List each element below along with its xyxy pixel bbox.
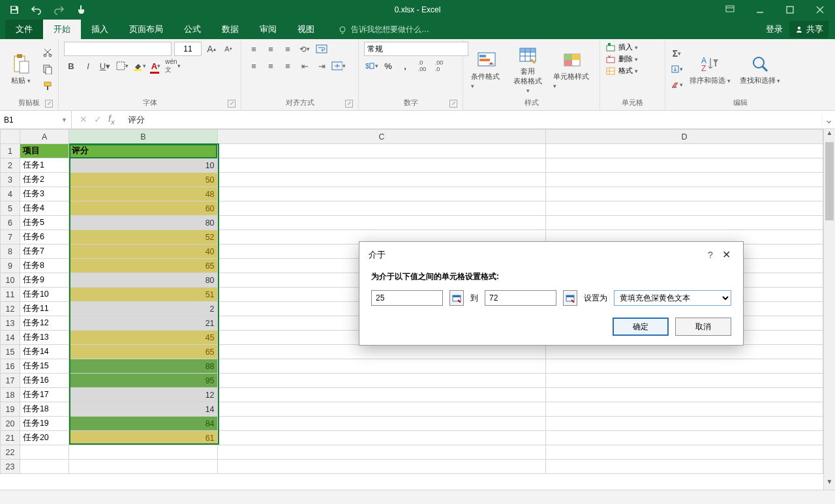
cut-icon[interactable]	[40, 45, 55, 59]
row-header-9[interactable]: 9	[1, 259, 20, 273]
ok-button[interactable]: 确定	[613, 318, 669, 336]
cell-B7[interactable]: 52	[69, 230, 217, 245]
col-header-D[interactable]: D	[546, 130, 823, 144]
cell-B22[interactable]	[69, 445, 217, 460]
col-header-B[interactable]: B	[69, 130, 217, 144]
cell-C4[interactable]	[217, 187, 546, 201]
row-header-16[interactable]: 16	[1, 359, 20, 374]
increase-indent-icon[interactable]: ⇥	[314, 59, 329, 73]
tab-layout[interactable]: 页面布局	[119, 20, 174, 39]
cell-A16[interactable]: 任务15	[20, 359, 68, 374]
minimize-icon[interactable]	[745, 0, 775, 20]
cell-A18[interactable]: 任务17	[20, 388, 68, 402]
row-header-23[interactable]: 23	[1, 460, 20, 474]
cell-B15[interactable]: 65	[69, 345, 217, 359]
row-header-7[interactable]: 7	[1, 230, 20, 245]
cell-A10[interactable]: 任务9	[20, 273, 68, 288]
cell-A4[interactable]: 任务3	[20, 187, 68, 201]
cell-C22[interactable]	[217, 445, 546, 460]
autosum-icon[interactable]: Σ	[671, 46, 683, 61]
orientation-icon[interactable]: ⟲	[297, 42, 312, 56]
cell-A21[interactable]: 任务20	[20, 431, 68, 445]
from-value-input[interactable]	[371, 290, 443, 306]
confirm-formula-icon[interactable]: ✓	[94, 114, 102, 125]
row-header-11[interactable]: 11	[1, 288, 20, 302]
cell-A12[interactable]: 任务11	[20, 302, 68, 316]
cell-D15[interactable]	[546, 345, 823, 359]
cell-A11[interactable]: 任务10	[20, 288, 68, 302]
phonetic-icon[interactable]: wén文	[166, 59, 180, 73]
save-icon[interactable]	[7, 2, 22, 18]
col-header-C[interactable]: C	[217, 130, 546, 144]
login-link[interactable]: 登录	[766, 23, 783, 35]
share-button[interactable]: 共享	[789, 21, 828, 38]
col-header-A[interactable]: A	[20, 130, 68, 144]
row-header-14[interactable]: 14	[1, 331, 20, 345]
select-all-corner[interactable]	[1, 130, 20, 144]
format-painter-icon[interactable]	[40, 79, 55, 93]
cell-A5[interactable]: 任务4	[20, 201, 68, 216]
increase-font-icon[interactable]: A▴	[204, 42, 219, 56]
border-icon[interactable]	[115, 59, 129, 73]
cell-B21[interactable]: 61	[69, 431, 217, 445]
row-header-5[interactable]: 5	[1, 201, 20, 216]
cell-C21[interactable]	[217, 431, 546, 445]
tab-formulas[interactable]: 公式	[174, 20, 211, 39]
cell-D16[interactable]	[546, 359, 823, 374]
cell-C5[interactable]	[217, 201, 546, 216]
dialog-close-icon[interactable]: ✕	[718, 248, 734, 261]
font-size-input[interactable]	[174, 42, 202, 56]
cell-A20[interactable]: 任务19	[20, 417, 68, 431]
cell-B13[interactable]: 21	[69, 316, 217, 331]
cell-D1[interactable]	[546, 144, 823, 158]
cell-A17[interactable]: 任务16	[20, 374, 68, 388]
delete-cells-button[interactable]: 删除	[605, 53, 660, 64]
cell-C18[interactable]	[217, 388, 546, 402]
tab-review[interactable]: 审阅	[249, 20, 287, 39]
cell-C17[interactable]	[217, 374, 546, 388]
align-right-icon[interactable]: ≡	[281, 59, 295, 73]
row-header-21[interactable]: 21	[1, 431, 20, 445]
cell-B16[interactable]: 88	[69, 359, 217, 374]
tell-me[interactable]: 告诉我您想要做什么…	[338, 20, 429, 39]
decrease-font-icon[interactable]: A▾	[221, 42, 235, 56]
cell-C1[interactable]	[217, 144, 546, 158]
cell-A9[interactable]: 任务8	[20, 259, 68, 273]
tab-file[interactable]: 文件	[5, 20, 43, 39]
conditional-format-button[interactable]: 条件格式	[468, 48, 506, 91]
cell-A7[interactable]: 任务6	[20, 230, 68, 245]
cell-D4[interactable]	[546, 187, 823, 201]
cell-B19[interactable]: 14	[69, 402, 217, 417]
cell-D19[interactable]	[546, 402, 823, 417]
cell-B18[interactable]: 12	[69, 388, 217, 402]
cell-C15[interactable]	[217, 345, 546, 359]
find-select-button[interactable]: 查找和选择	[737, 52, 783, 87]
font-launcher-icon[interactable]: ⤢	[228, 100, 235, 108]
cell-B6[interactable]: 80	[69, 216, 217, 230]
cell-D2[interactable]	[546, 158, 823, 173]
cell-styles-button[interactable]: 单元格样式	[551, 48, 594, 91]
cell-B23[interactable]	[69, 460, 217, 474]
decrease-indent-icon[interactable]: ⇤	[297, 59, 312, 73]
cell-D23[interactable]	[546, 460, 823, 474]
row-header-8[interactable]: 8	[1, 245, 20, 259]
to-ref-picker-icon[interactable]	[563, 290, 577, 306]
clipboard-launcher-icon[interactable]: ⤢	[45, 100, 53, 108]
scroll-up-icon[interactable]: ▲	[824, 129, 835, 141]
cell-A3[interactable]: 任务2	[20, 173, 68, 187]
decrease-decimal-icon[interactable]: .00.0	[432, 59, 446, 73]
cell-A14[interactable]: 任务13	[20, 331, 68, 345]
format-cells-button[interactable]: 格式	[605, 65, 660, 76]
fill-icon[interactable]	[671, 62, 683, 76]
scroll-thumb[interactable]	[825, 142, 834, 220]
fx-icon[interactable]: fx	[108, 113, 115, 126]
cell-D3[interactable]	[546, 173, 823, 187]
ribbon-options-icon[interactable]	[715, 0, 745, 20]
row-header-19[interactable]: 19	[1, 402, 20, 417]
align-center-icon[interactable]: ≡	[264, 59, 278, 73]
cell-D17[interactable]	[546, 374, 823, 388]
copy-icon[interactable]	[40, 62, 55, 76]
tab-home[interactable]: 开始	[43, 20, 81, 39]
cell-A2[interactable]: 任务1	[20, 158, 68, 173]
row-header-12[interactable]: 12	[1, 302, 20, 316]
